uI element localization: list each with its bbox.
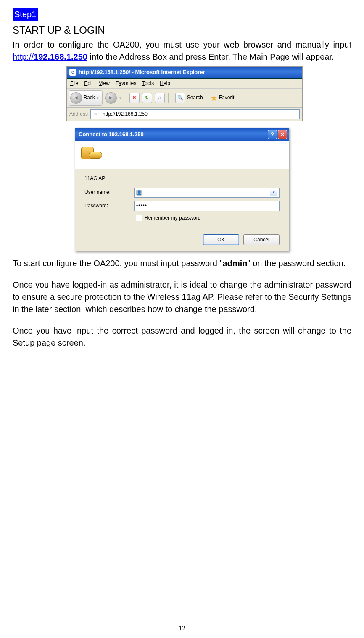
step-badge: Step1 (13, 8, 38, 21)
menu-view[interactable]: View (99, 80, 110, 87)
para2-prefix: To start configure the OA200, you must i… (13, 259, 223, 268)
ok-button[interactable]: OK (203, 234, 239, 245)
dropdown-icon[interactable]: ▾ (270, 189, 277, 196)
password-input[interactable]: ••••• (134, 201, 280, 211)
toolbar: ◄ Back ▾ ► ▾ ✖ ↻ ⌂ 🔍 Search ★ Favorit (67, 89, 302, 108)
remember-checkbox[interactable] (136, 215, 142, 221)
chevron-down-icon: ▾ (119, 95, 121, 101)
menu-bar: FFileile Edit View Favorites Tools Help (67, 79, 302, 89)
address-input[interactable]: e http://192.168.1.250 (90, 109, 300, 119)
browser-window: e http://192.168.1.250/ - Microsoft Inte… (66, 66, 303, 122)
stop-button[interactable]: ✖ (129, 93, 140, 103)
para2-suffix: " on the password section. (248, 259, 346, 268)
password-value: ••••• (136, 202, 147, 209)
refresh-button[interactable]: ↻ (142, 93, 152, 103)
menu-favorites[interactable]: Favorites (116, 80, 136, 87)
intro-prefix: In order to configure the OA200, you mus… (13, 40, 351, 49)
url-proto: http:// (13, 52, 34, 61)
remember-label: Remember my password (145, 214, 200, 222)
separator (168, 93, 169, 103)
separator (125, 93, 126, 103)
url-host: 192.168.1.250 (34, 52, 87, 61)
favorites-label: Favorit (219, 94, 235, 101)
section-heading: START UP & LOGIN (13, 23, 351, 38)
favorites-button[interactable]: ★ Favorit (208, 92, 237, 104)
forward-button[interactable]: ► (105, 92, 117, 104)
browser-title: http://192.168.1.250/ - Microsoft Intern… (79, 69, 205, 77)
dialog-banner (75, 141, 289, 169)
password-label: Password: (84, 202, 122, 209)
paragraph-admin-note: To start configure the OA200, you must i… (13, 257, 351, 270)
cancel-button[interactable]: Cancel (243, 234, 280, 245)
menu-tools[interactable]: Tools (142, 80, 154, 87)
close-button[interactable]: ✕ (278, 130, 287, 139)
username-label: User name: (84, 189, 122, 196)
back-arrow-icon: ◄ (70, 92, 82, 104)
chevron-down-icon: ▾ (97, 95, 99, 101)
search-icon: 🔍 (175, 93, 185, 103)
address-value: http://192.168.1.250 (103, 111, 148, 118)
ie-icon: e (69, 69, 76, 76)
search-button[interactable]: 🔍 Search (173, 92, 206, 104)
menu-edit[interactable]: Edit (84, 80, 93, 87)
dialog-titlebar: Connect to 192.168.1.250 ? ✕ (75, 128, 289, 141)
help-button[interactable]: ? (268, 130, 277, 139)
address-label: Address (69, 111, 88, 118)
page-icon: e (92, 111, 98, 117)
intro-paragraph: In order to configure the OA200, you mus… (13, 39, 351, 63)
paragraph-setup-page: Once you have input the correct password… (13, 325, 351, 349)
back-button[interactable]: ◄ Back ▾ (69, 90, 103, 106)
home-button[interactable]: ⌂ (155, 93, 165, 103)
realm-label: 11AG AP (84, 175, 280, 182)
auth-dialog: Connect to 192.168.1.250 ? ✕ 11AG AP Use… (75, 128, 289, 251)
star-icon: ★ (211, 93, 217, 103)
config-url-link[interactable]: http://192.168.1.250 (13, 52, 87, 61)
browser-titlebar: e http://192.168.1.250/ - Microsoft Inte… (67, 67, 302, 79)
paragraph-password-change: Once you have logged-in as administrator… (13, 279, 351, 315)
keys-icon (81, 145, 100, 164)
back-label: Back (84, 94, 95, 101)
user-icon: 👤 (136, 190, 142, 196)
menu-file[interactable]: FFileile (70, 80, 78, 87)
search-label: Search (187, 94, 203, 101)
intro-suffix: into the Address Box and press Enter. Th… (90, 52, 334, 61)
para2-bold: admin (223, 259, 248, 268)
dialog-title: Connect to 192.168.1.250 (79, 131, 144, 139)
address-bar-row: Address e http://192.168.1.250 (67, 108, 302, 121)
menu-help[interactable]: Help (160, 80, 170, 87)
username-input[interactable]: 👤 ▾ (134, 188, 280, 198)
